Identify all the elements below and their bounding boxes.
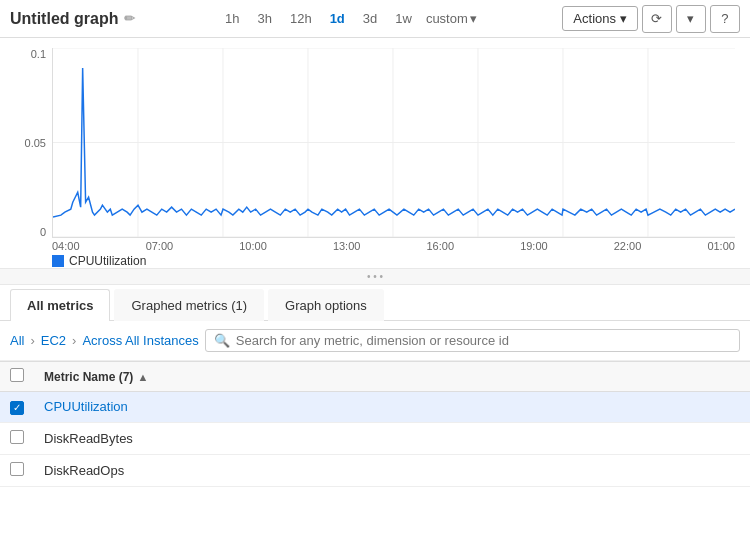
row-2-checkbox-cell[interactable]: [0, 422, 34, 454]
row-2-metric-name: DiskReadBytes: [34, 422, 750, 454]
select-all-checkbox[interactable]: [10, 368, 24, 382]
row-2-checkbox[interactable]: [10, 430, 24, 444]
x-label-2: 10:00: [239, 240, 267, 252]
time-1w[interactable]: 1w: [391, 9, 416, 28]
row-1-metric-name-text: CPUUtilization: [44, 399, 128, 414]
x-label-5: 19:00: [520, 240, 548, 252]
tab-all-metrics[interactable]: All metrics: [10, 289, 110, 321]
search-box[interactable]: 🔍: [205, 329, 740, 352]
row-3-checkbox[interactable]: [10, 462, 24, 476]
x-label-3: 13:00: [333, 240, 361, 252]
chart-container[interactable]: [52, 48, 735, 238]
row-3-checkbox-cell[interactable]: [0, 454, 34, 486]
row-3-metric-name-text: DiskReadOps: [44, 463, 124, 478]
breadcrumb: All › EC2 › Across All Instances 🔍: [0, 321, 750, 361]
time-custom[interactable]: custom ▾: [426, 11, 477, 26]
x-label-6: 22:00: [614, 240, 642, 252]
y-axis: 0.1 0.05 0: [10, 48, 50, 238]
table-header-row: Metric Name (7) ▲: [0, 362, 750, 392]
row-1-checkbox-cell[interactable]: ✓: [0, 392, 34, 423]
legend-color-swatch: [52, 255, 64, 267]
table-row[interactable]: DiskReadBytes: [0, 422, 750, 454]
row-1-checkbox[interactable]: ✓: [10, 401, 24, 415]
custom-dropdown-icon: ▾: [470, 11, 477, 26]
metrics-table: Metric Name (7) ▲ ✓ CPUUtilization DiskR…: [0, 361, 750, 487]
row-3-metric-name: DiskReadOps: [34, 454, 750, 486]
more-options-button[interactable]: ▾: [676, 5, 706, 33]
header-actions: Actions ▾ ⟳ ▾ ?: [562, 5, 740, 33]
refresh-button[interactable]: ⟳: [642, 5, 672, 33]
breadcrumb-sep-1: ›: [30, 333, 34, 348]
actions-label: Actions: [573, 11, 616, 26]
y-label-mid: 0.05: [25, 137, 46, 149]
search-input[interactable]: [236, 333, 731, 348]
actions-dropdown-icon: ▾: [620, 11, 627, 26]
time-3d[interactable]: 3d: [359, 9, 381, 28]
time-12h[interactable]: 12h: [286, 9, 316, 28]
breadcrumb-ec2[interactable]: EC2: [41, 333, 66, 348]
chart-legend: CPUUtilization: [52, 254, 740, 268]
tabs-bar: All metrics Graphed metrics (1) Graph op…: [0, 289, 750, 321]
actions-button[interactable]: Actions ▾: [562, 6, 638, 31]
graph-title-area: Untitled graph ✏: [10, 10, 135, 28]
x-label-0: 04:00: [52, 240, 80, 252]
app-header: Untitled graph ✏ 1h 3h 12h 1d 3d 1w cust…: [0, 0, 750, 38]
graph-area: 0.1 0.05 0 04:: [0, 38, 750, 268]
tab-graphed-metrics-label: Graphed metrics (1): [131, 298, 247, 313]
row-2-metric-name-text: DiskReadBytes: [44, 431, 133, 446]
search-icon: 🔍: [214, 333, 230, 348]
table-row[interactable]: DiskReadOps: [0, 454, 750, 486]
legend-label: CPUUtilization: [69, 254, 146, 268]
drag-handle[interactable]: • • •: [0, 268, 750, 285]
time-controls: 1h 3h 12h 1d 3d 1w custom ▾: [221, 9, 477, 28]
metric-name-header-label: Metric Name (7): [44, 370, 133, 384]
more-options-icon: ▾: [687, 11, 694, 26]
x-label-4: 16:00: [427, 240, 455, 252]
breadcrumb-sep-2: ›: [72, 333, 76, 348]
row-1-metric-name: CPUUtilization: [34, 392, 750, 423]
x-axis: 04:00 07:00 10:00 13:00 16:00 19:00 22:0…: [52, 238, 735, 252]
chart-svg: [53, 48, 735, 237]
breadcrumb-across[interactable]: Across All Instances: [82, 333, 198, 348]
x-label-1: 07:00: [146, 240, 174, 252]
time-1h[interactable]: 1h: [221, 9, 243, 28]
y-label-low: 0: [40, 226, 46, 238]
x-label-7: 01:00: [707, 240, 735, 252]
tab-graphed-metrics[interactable]: Graphed metrics (1): [114, 289, 264, 321]
y-label-high: 0.1: [31, 48, 46, 60]
time-1d[interactable]: 1d: [326, 9, 349, 28]
breadcrumb-all[interactable]: All: [10, 333, 24, 348]
refresh-icon: ⟳: [651, 11, 662, 26]
tab-graph-options-label: Graph options: [285, 298, 367, 313]
sort-icon: ▲: [137, 371, 148, 383]
table-row[interactable]: ✓ CPUUtilization: [0, 392, 750, 423]
graph-title-text: Untitled graph: [10, 10, 118, 28]
time-3h[interactable]: 3h: [253, 9, 275, 28]
tab-graph-options[interactable]: Graph options: [268, 289, 384, 321]
help-button[interactable]: ?: [710, 5, 740, 33]
tab-all-metrics-label: All metrics: [27, 298, 93, 313]
edit-title-icon[interactable]: ✏: [124, 11, 135, 26]
metric-name-header[interactable]: Metric Name (7) ▲: [34, 362, 750, 392]
help-icon: ?: [721, 11, 728, 26]
header-checkbox-cell[interactable]: [0, 362, 34, 392]
